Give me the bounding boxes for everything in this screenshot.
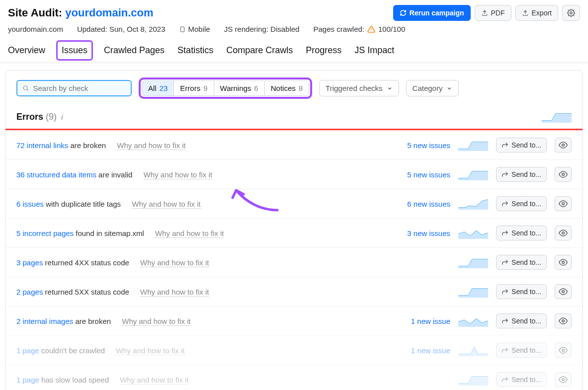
search-icon bbox=[22, 84, 29, 92]
pdf-button[interactable]: PDF bbox=[475, 5, 511, 21]
fix-link[interactable]: Why and how to fix it bbox=[144, 170, 212, 179]
view-button[interactable] bbox=[555, 196, 572, 211]
gear-icon bbox=[567, 9, 575, 17]
view-button[interactable] bbox=[555, 284, 572, 299]
sparkline bbox=[458, 374, 488, 386]
new-issues[interactable]: 5 new issues bbox=[396, 170, 450, 179]
send-to-button[interactable]: Send to... bbox=[496, 313, 547, 328]
filter-notices[interactable]: Notices 8 bbox=[264, 80, 309, 96]
title-prefix: Site Audit: bbox=[8, 6, 65, 19]
tab-statistics[interactable]: Statistics bbox=[175, 40, 215, 63]
tab-overview[interactable]: Overview bbox=[6, 40, 47, 63]
issue-link[interactable]: 5 incorrect pages bbox=[16, 229, 74, 237]
upload-icon bbox=[481, 9, 488, 16]
search-input[interactable] bbox=[33, 84, 126, 92]
title-domain[interactable]: yourdomain.com bbox=[65, 6, 153, 19]
category-dropdown[interactable]: Category bbox=[406, 80, 459, 96]
eye-icon bbox=[559, 346, 568, 355]
info-js: JS rendering: Disabled bbox=[224, 25, 300, 33]
view-button[interactable] bbox=[555, 138, 572, 153]
svg-point-5 bbox=[23, 86, 27, 90]
forward-icon bbox=[502, 200, 508, 207]
send-to-button[interactable]: Send to... bbox=[496, 226, 547, 240]
refresh-icon bbox=[400, 9, 407, 16]
view-button[interactable] bbox=[555, 343, 572, 358]
filter-errors[interactable]: Errors 9 bbox=[173, 80, 213, 96]
issue-row: 2 internal images are broken Why and how… bbox=[5, 306, 583, 335]
send-to-button[interactable]: Send to... bbox=[496, 372, 547, 387]
svg-point-15 bbox=[562, 379, 565, 381]
svg-point-0 bbox=[570, 12, 572, 14]
info-crawled: Pages crawled: 100/100 bbox=[313, 25, 405, 33]
svg-point-8 bbox=[562, 173, 565, 176]
send-to-button[interactable]: Send to... bbox=[496, 138, 547, 153]
tab-crawled-pages[interactable]: Crawled Pages bbox=[102, 40, 167, 63]
fix-link[interactable]: Why and how to fix it bbox=[140, 258, 209, 267]
issue-link[interactable]: 6 issues bbox=[16, 200, 44, 208]
tabs: OverviewIssuesCrawled PagesStatisticsCom… bbox=[0, 40, 588, 63]
chevron-down-icon bbox=[387, 85, 393, 91]
export-button[interactable]: Export bbox=[515, 5, 558, 21]
info-row: yourdomain.com Updated: Sun, Oct 8, 2023… bbox=[0, 21, 588, 40]
fix-link[interactable]: Why and how to fix it bbox=[132, 200, 200, 209]
issue-row: 36 structured data items are invalid Why… bbox=[5, 159, 583, 189]
new-issues[interactable]: 6 new issues bbox=[396, 200, 450, 208]
upload-icon bbox=[522, 9, 529, 16]
triggered-checks-dropdown[interactable]: Triggered checks bbox=[319, 80, 399, 96]
send-to-button[interactable]: Send to... bbox=[496, 196, 547, 211]
info-icon[interactable]: i bbox=[61, 113, 63, 121]
view-button[interactable] bbox=[555, 167, 572, 182]
issue-link[interactable]: 1 page bbox=[16, 376, 39, 384]
forward-icon bbox=[502, 288, 508, 295]
new-issues[interactable]: 1 new issue bbox=[396, 346, 450, 355]
issue-link[interactable]: 1 page bbox=[16, 346, 39, 355]
tab-js-impact[interactable]: JS Impact bbox=[352, 40, 396, 63]
eye-icon bbox=[559, 170, 568, 179]
issue-row: 1 page has slow load speed Why and how t… bbox=[5, 365, 583, 390]
page-title: Site Audit: yourdomain.com bbox=[8, 6, 154, 19]
fix-link[interactable]: Why and how to fix it bbox=[122, 317, 190, 326]
fix-link[interactable]: Why and how to fix it bbox=[116, 346, 184, 355]
search-input-wrap[interactable] bbox=[16, 80, 132, 96]
sparkline bbox=[458, 168, 488, 180]
rerun-button[interactable]: Rerun campaign bbox=[393, 5, 471, 21]
send-to-button[interactable]: Send to... bbox=[496, 255, 547, 270]
sparkline bbox=[458, 227, 488, 239]
header-actions: Rerun campaign PDF Export bbox=[393, 5, 580, 21]
view-button[interactable] bbox=[555, 255, 572, 270]
send-to-button[interactable]: Send to... bbox=[496, 343, 547, 358]
svg-rect-1 bbox=[180, 27, 184, 32]
settings-button[interactable] bbox=[562, 5, 580, 21]
view-button[interactable] bbox=[555, 313, 572, 328]
svg-line-6 bbox=[27, 89, 28, 90]
new-issues[interactable]: 3 new issues bbox=[396, 229, 450, 237]
fix-link[interactable]: Why and how to fix it bbox=[120, 376, 188, 385]
view-button[interactable] bbox=[555, 372, 572, 387]
tab-progress[interactable]: Progress bbox=[304, 40, 343, 63]
filter-warnings[interactable]: Warnings 6 bbox=[214, 80, 264, 96]
issue-link[interactable]: 36 structured data items bbox=[16, 170, 96, 179]
filter-group: All 23 Errors 9 Warnings 6 Notices 8 bbox=[139, 78, 312, 99]
send-to-button[interactable]: Send to... bbox=[496, 284, 547, 299]
issue-link[interactable]: 3 pages bbox=[16, 258, 43, 267]
issue-link[interactable]: 72 internal links bbox=[16, 141, 68, 150]
send-to-button[interactable]: Send to... bbox=[496, 167, 547, 182]
fix-link[interactable]: Why and how to fix it bbox=[155, 229, 224, 238]
forward-icon bbox=[502, 347, 508, 354]
new-issues[interactable]: 5 new issues bbox=[396, 141, 450, 150]
fix-link[interactable]: Why and how to fix it bbox=[117, 141, 185, 150]
eye-icon bbox=[559, 375, 568, 384]
new-issues[interactable]: 1 new issue bbox=[396, 317, 450, 325]
issue-link[interactable]: 2 pages bbox=[16, 288, 43, 296]
svg-point-7 bbox=[562, 144, 565, 147]
tab-compare-crawls[interactable]: Compare Crawls bbox=[224, 40, 295, 63]
view-button[interactable] bbox=[555, 226, 572, 240]
tab-issues[interactable]: Issues bbox=[56, 40, 93, 61]
fix-link[interactable]: Why and how to fix it bbox=[140, 288, 209, 297]
mobile-icon bbox=[179, 25, 185, 33]
info-updated: Updated: Sun, Oct 8, 2023 bbox=[77, 25, 166, 33]
eye-icon bbox=[559, 199, 568, 208]
filter-all[interactable]: All 23 bbox=[142, 80, 173, 96]
forward-icon bbox=[502, 230, 508, 236]
issue-link[interactable]: 2 internal images bbox=[16, 317, 73, 325]
